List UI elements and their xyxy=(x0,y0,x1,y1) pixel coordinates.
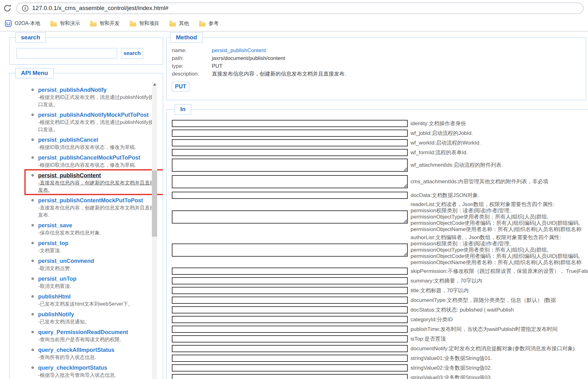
api-menu-item-body: persist_save-保存信息发布文档信息对象. xyxy=(38,222,157,236)
bookmark-label: 智和开发 xyxy=(100,20,120,27)
bookmark-item[interactable]: 其他 xyxy=(169,20,189,27)
o2oa-logo-icon xyxy=(5,20,12,27)
api-menu-item: query_checkAllImportStatus-查询所有的导入状态信息. xyxy=(38,346,163,361)
bookmarks-bar: O2OA-本地智和演示智和开发智和项目其他参考 xyxy=(0,16,588,31)
param-label-line: permissionObjectType使用者类别：所有人|组织|人员|群组, xyxy=(411,247,581,253)
param-row: documentNotify:定时发布文档消息提醒对象(参数同消息发布接口对象)… xyxy=(172,345,588,352)
folder-icon xyxy=(199,22,206,27)
api-menu-item: persist_publishCancelMockPutToPost-根据ID取… xyxy=(38,154,163,169)
scroll-up-button[interactable] xyxy=(152,82,157,87)
param-row: publishTime:发布时间，当状态为waitPublish时需指定发布时间 xyxy=(172,326,588,333)
api-method-link[interactable]: persist_publishCancel xyxy=(38,136,98,144)
param-input[interactable] xyxy=(172,355,408,362)
param-input[interactable] xyxy=(172,139,408,146)
api-menu-item: persist_publishCancel-根据ID取消信息内容发布状态，修改为… xyxy=(38,136,163,151)
param-textarea-wrap xyxy=(172,244,408,257)
api-menu-item-body: persist_publishCancelMockPutToPost-根据ID取… xyxy=(38,154,157,169)
api-method-description: -已发布文档消息通知。 xyxy=(38,318,157,325)
param-input[interactable] xyxy=(172,297,408,304)
param-label: stringValue03:业务数据String值03. xyxy=(411,374,492,379)
param-textarea[interactable] xyxy=(172,175,408,188)
api-menu-item-body: query_PermissionReadDocument-查询当前用户是否有阅读… xyxy=(38,328,157,343)
param-textarea[interactable] xyxy=(172,244,408,257)
param-input[interactable] xyxy=(172,364,408,372)
param-input[interactable] xyxy=(172,316,408,323)
param-input[interactable] xyxy=(172,120,408,127)
search-button[interactable]: search xyxy=(121,48,143,59)
api-method-link[interactable]: persist_save xyxy=(38,222,72,229)
bookmark-label: 智和项目 xyxy=(139,20,159,27)
bullet-icon xyxy=(32,114,34,116)
param-input[interactable] xyxy=(172,374,408,379)
api-method-link[interactable]: persist_publishContent xyxy=(38,172,101,179)
param-textarea[interactable] xyxy=(172,210,408,224)
param-input[interactable] xyxy=(172,326,408,333)
api-method-link[interactable]: query_checkAllImportStatus xyxy=(38,346,114,354)
api-menu-item-body: persist_publishContent-直接发布信息内容，创建新的信息发布… xyxy=(38,172,157,194)
api-method-link[interactable]: persist_publishContentMockPutToPost xyxy=(38,197,143,204)
api-menu-item-body: persist_publishAndNotify-根据文档ID正式发布文档，消息… xyxy=(38,86,157,108)
api-method-link[interactable]: publishNotify xyxy=(38,311,74,318)
param-label: wf_formId:流程的表单Id. xyxy=(411,149,468,156)
method-field-row: description:直接发布信息内容，创建新的信息发布文档并且直接发布. xyxy=(172,70,586,78)
param-label: title:文档标题，70字以内 xyxy=(411,287,469,294)
method-panel: Method name:persist_publishContentpath:j… xyxy=(166,32,586,100)
param-textarea-wrap xyxy=(172,159,408,172)
bullet-icon xyxy=(32,278,34,280)
api-method-link[interactable]: publishHtml xyxy=(38,293,71,300)
param-label: wf_attachmentIds:启动流程的附件列表. xyxy=(411,162,503,168)
param-row: title:文档标题，70字以内 xyxy=(172,287,588,294)
api-menu-item: persist_publishAndNotify-根据文档ID正式发布文档，消息… xyxy=(38,86,163,108)
folder-icon xyxy=(130,22,136,27)
param-row: wf_attachmentIds:启动流程的附件列表. xyxy=(172,159,588,172)
api-method-link[interactable]: persist_unTop xyxy=(38,275,77,283)
api-method-link[interactable]: query_checkImportStatus xyxy=(38,364,107,372)
api-method-description: -根据导入批次号查询导入状态信息. xyxy=(38,372,157,379)
param-input[interactable] xyxy=(172,277,408,284)
api-method-link[interactable]: persist_publishAndNotifyMockPutToPost xyxy=(38,111,149,119)
api-method-description: -查询所有的导入状态信息. xyxy=(38,354,157,361)
bullet-icon xyxy=(32,156,34,159)
param-row: authorList:文档编辑者,，Json数组，权限对象需要包含四个属性:pe… xyxy=(172,234,588,266)
method-field-value[interactable]: persist_publishContent xyxy=(212,47,266,54)
param-textarea[interactable] xyxy=(172,159,408,172)
api-method-description: -取消文档置顶. xyxy=(38,283,157,290)
page-info-icon[interactable] xyxy=(22,5,28,12)
api-method-link[interactable]: persist_top xyxy=(38,239,68,247)
url-bar[interactable]: 127.0.0.1/x_cms_assemble_control/jest/in… xyxy=(16,2,584,14)
api-method-description: -根据ID取消信息内容发布状态，修改为草稿. xyxy=(38,161,157,169)
param-label: docData:文档数据JSON对象. xyxy=(411,192,479,199)
bookmark-item[interactable]: 智和开发 xyxy=(90,20,120,27)
param-input[interactable] xyxy=(172,192,408,199)
param-input[interactable] xyxy=(172,130,408,137)
scrollbar-thumb[interactable] xyxy=(152,170,157,237)
param-input[interactable] xyxy=(172,345,408,352)
in-params: identity:文档操作者身份wf_jobId:启动流程的JobId.wf_w… xyxy=(172,120,588,379)
api-method-link[interactable]: persist_publishCancelMockPutToPost xyxy=(38,154,140,161)
bookmark-item[interactable]: 智和项目 xyxy=(130,20,159,27)
param-row: skipPermission:不修改权限（跳过权限设置，保留原来的设置）， Tr… xyxy=(172,268,588,275)
search-input[interactable] xyxy=(17,48,117,58)
bookmark-item[interactable]: O2OA-本地 xyxy=(5,20,40,27)
api-method-link[interactable]: query_PermissionReadDocument xyxy=(38,328,128,336)
param-label-line: authorList:文档编辑者,，Json数组，权限对象需要包含四个属性: xyxy=(411,234,581,241)
api-menu-item-body: persist_top-文档置顶. xyxy=(38,239,157,254)
param-label: wf_workId:启动流程的WorkId. xyxy=(411,140,481,146)
param-input[interactable] xyxy=(172,149,408,156)
param-input[interactable] xyxy=(172,287,408,294)
api-menu-item-body: persist_publishContentMockPutToPost-直接发布… xyxy=(38,197,157,219)
api-menu-item: publishHtml-已发布文档发送html文本到webServer下。 xyxy=(38,293,163,308)
api-menu-panel: API Menu persist_publishAndNotify-根据文档ID… xyxy=(9,68,163,379)
page-content: search search API Menu persist_publishAn… xyxy=(0,32,588,379)
param-label: wf_jobId:启动流程的JobId. xyxy=(411,130,473,136)
reload-button[interactable] xyxy=(2,3,12,13)
api-method-link[interactable]: persist_publishAndNotify xyxy=(38,86,107,94)
api-method-link[interactable]: persist_unCommend xyxy=(38,257,94,265)
bookmark-item[interactable]: 智和演示 xyxy=(50,20,80,27)
bookmark-item[interactable]: 参考 xyxy=(199,20,219,27)
param-input[interactable] xyxy=(172,335,408,342)
put-button[interactable]: PUT xyxy=(172,82,189,91)
param-input[interactable] xyxy=(172,268,408,275)
api-menu-scrollbar[interactable] xyxy=(152,82,157,379)
param-input[interactable] xyxy=(172,306,408,313)
